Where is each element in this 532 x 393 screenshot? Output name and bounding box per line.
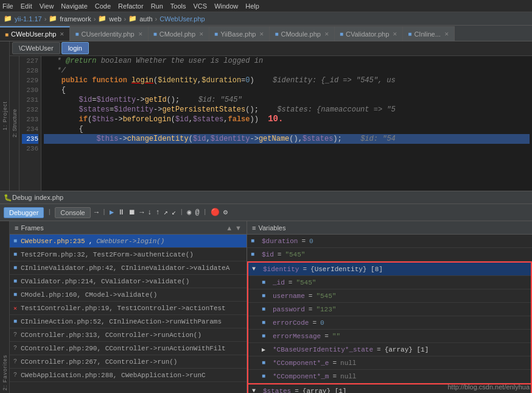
- var-item-errorcode[interactable]: ■ errorCode = 0: [248, 316, 531, 330]
- variables-panel: ≡ Variables ■ $duration = 0 ■ $id = "545…: [247, 221, 532, 393]
- tab-icon5: ■: [275, 30, 278, 37]
- menu-help[interactable]: Help: [245, 2, 259, 10]
- toolbar-pause-icon[interactable]: ⏸: [117, 208, 125, 217]
- toolbar-stop-icon[interactable]: ⏹: [128, 208, 136, 217]
- main-layout: File Edit View Navigate Code Refactor Ru…: [0, 0, 532, 393]
- tab-close5-icon[interactable]: ✕: [324, 31, 329, 37]
- code-area[interactable]: 2: Structure 227 228 229 230 231 232 233…: [10, 56, 532, 191]
- line-num-236: 236: [22, 144, 38, 154]
- frame-item-0[interactable]: ■ CWebUser.php:235 , CWebUser->login(): [10, 235, 247, 248]
- var-item-id2[interactable]: ■ _id = "545": [248, 276, 531, 289]
- var-item-cm[interactable]: ■ *CComponent*_m = null: [248, 370, 531, 383]
- breadcrumb-web[interactable]: web: [109, 15, 121, 23]
- menu-navigate[interactable]: Navigate: [61, 2, 87, 10]
- subtab-login[interactable]: login: [61, 42, 89, 54]
- tab-close3-icon[interactable]: ✕: [199, 31, 204, 37]
- var-item-password[interactable]: ■ password = "123": [248, 303, 531, 316]
- structure-strip: 2: Structure: [10, 56, 19, 191]
- frame-icon-8: ?: [13, 345, 17, 352]
- scroll-down-icon[interactable]: ▼: [235, 224, 242, 232]
- vars-list: ■ $duration = 0 ■ $id = "545" ▼: [247, 235, 532, 393]
- toolbar-step-out-icon[interactable]: ↑: [156, 208, 160, 217]
- toolbar-eval-icon[interactable]: ↙: [172, 208, 176, 217]
- sidebar-label-project: 1: Project: [2, 101, 8, 130]
- var-item-ce[interactable]: ■ *CComponent*_e = null: [248, 356, 531, 370]
- subtab-label1: \CWebUser: [19, 44, 54, 52]
- frame-item-2[interactable]: ■ CInlineValidator.php:42, CInlineValida…: [10, 261, 247, 275]
- toolbar-step-into-icon[interactable]: ↓: [147, 208, 152, 217]
- tab-cinline[interactable]: ■ CInline... ✕: [403, 26, 454, 41]
- menu-run[interactable]: Run: [151, 2, 163, 10]
- var-item-duration[interactable]: ■ $duration = 0: [247, 235, 532, 248]
- var-item-state[interactable]: ▶ *CBaseUserIdentity*_state = {array} [1…: [248, 343, 531, 356]
- var-item-username[interactable]: ■ username = "545": [248, 289, 531, 303]
- tab-cvalidator[interactable]: ■ CValidator.php ✕: [335, 26, 403, 41]
- breadcrumb-project[interactable]: yii-1.1.17: [15, 15, 42, 23]
- frame-item-4[interactable]: ■ CModel.php:160, CModel->validate(): [10, 288, 247, 302]
- code-line-231: $id=$identity->getId(); $id: "545": [44, 95, 530, 105]
- debugger-button[interactable]: Debugger: [4, 207, 44, 218]
- var-eq-duration: =: [301, 238, 306, 245]
- frame-icon-0: ■: [13, 238, 17, 244]
- tab-close2-icon[interactable]: ✕: [138, 31, 143, 37]
- toolbar-breakpoint-icon[interactable]: 🔴: [211, 208, 220, 217]
- frame-item-6[interactable]: ■ CInlineAction.php:52, CInlineAction->r…: [10, 315, 247, 328]
- frame-item-1[interactable]: ■ Test2Form.php:32, Test2Form->authentic…: [10, 248, 247, 261]
- bottom-panel: 2: Favorites ≡ Frames ▲ ▼ ■ CWebUser.php…: [0, 221, 532, 393]
- toolbar-settings-icon[interactable]: ⚙: [223, 208, 228, 217]
- var-name-ce: *CComponent*_e: [273, 359, 329, 367]
- toolbar-mute-icon[interactable]: ◉: [187, 208, 191, 217]
- folder-icon4: 📁: [128, 15, 137, 23]
- menu-view[interactable]: View: [40, 2, 54, 10]
- menubar: File Edit View Navigate Code Refactor Ru…: [0, 0, 532, 12]
- toolbar-step-over-icon[interactable]: →: [139, 208, 144, 217]
- frame-item-7[interactable]: ? CController.php:313, CController->runA…: [10, 328, 247, 342]
- toolbar-run-to-icon[interactable]: ↗: [164, 208, 168, 217]
- var-icon-errormessage: ■: [262, 333, 270, 339]
- toolbar-arrow-icon[interactable]: →: [94, 208, 99, 217]
- menu-tools[interactable]: Tools: [170, 2, 186, 10]
- var-eq-id2: =: [289, 279, 293, 286]
- var-item-id[interactable]: ■ $id = "545": [247, 248, 532, 261]
- frame-item-3[interactable]: ■ CValidator.php:214, CValidator->valida…: [10, 275, 247, 288]
- var-icon-username: ■: [262, 292, 270, 299]
- frame-content-1: Test2Form.php:32, Test2Form->authenticat…: [21, 251, 194, 258]
- tab-close7-icon[interactable]: ✕: [444, 31, 449, 37]
- var-item-errormessage[interactable]: ■ errorMessage = "": [248, 330, 531, 343]
- frame-item-10[interactable]: ? CWebApplication.php:288, CWebApplicati…: [10, 369, 247, 382]
- menu-edit[interactable]: Edit: [21, 2, 32, 10]
- line-num-235: 235: [22, 134, 38, 144]
- tab-cuseridentity[interactable]: ■ CUserIdentity.php ✕: [70, 26, 148, 41]
- menu-refactor[interactable]: Refactor: [118, 2, 144, 10]
- frame-icon-9: ?: [13, 358, 17, 365]
- tab-close6-icon[interactable]: ✕: [393, 31, 397, 37]
- tab-cwebuser[interactable]: ■ CWebUser.php ✕: [0, 26, 70, 41]
- tab-cmodel[interactable]: ■ CModel.php ✕: [149, 26, 209, 41]
- var-item-identity[interactable]: ▼ $identity = {UserIdentity} [8]: [248, 263, 531, 276]
- breadcrumb-file[interactable]: CWebUser.php: [159, 15, 205, 23]
- subtab-label2: login: [68, 44, 82, 52]
- subtab-cwebuser[interactable]: \CWebUser: [12, 42, 60, 54]
- scroll-up-icon[interactable]: ▲: [226, 224, 233, 232]
- tab-close-icon[interactable]: ✕: [60, 31, 65, 37]
- var-name-password: password: [273, 306, 305, 313]
- toolbar-at-icon[interactable]: @: [195, 208, 199, 217]
- tab-close4-icon[interactable]: ✕: [259, 31, 264, 37]
- menu-vcs[interactable]: VCS: [194, 2, 208, 10]
- frame-item-5[interactable]: ✕ Test1Controller.php:19, Test1Controlle…: [10, 302, 247, 315]
- identity-group: ▼ $identity = {UserIdentity} [8] ■ _id =…: [247, 261, 532, 384]
- tab-label5: CModule.php: [281, 30, 321, 38]
- breadcrumb-framework[interactable]: framework: [60, 15, 91, 23]
- toolbar-play-icon[interactable]: ▶: [110, 208, 114, 217]
- menu-file[interactable]: File: [2, 2, 13, 10]
- frame-item-8[interactable]: ? CController.php:290, CController->runA…: [10, 342, 247, 355]
- tab-yiibase[interactable]: ■ YiiBase.php ✕: [209, 26, 270, 41]
- console-button[interactable]: Console: [55, 207, 90, 218]
- breadcrumb-auth[interactable]: auth: [139, 15, 152, 23]
- variables-title: Variables: [258, 224, 285, 232]
- tab-cmodule[interactable]: ■ CModule.php ✕: [270, 26, 334, 41]
- frame-item-9[interactable]: ? CController.php:267, CController->run(…: [10, 355, 247, 369]
- var-name-username: username: [273, 292, 305, 300]
- menu-code[interactable]: Code: [95, 2, 111, 10]
- menu-window[interactable]: Window: [214, 2, 238, 10]
